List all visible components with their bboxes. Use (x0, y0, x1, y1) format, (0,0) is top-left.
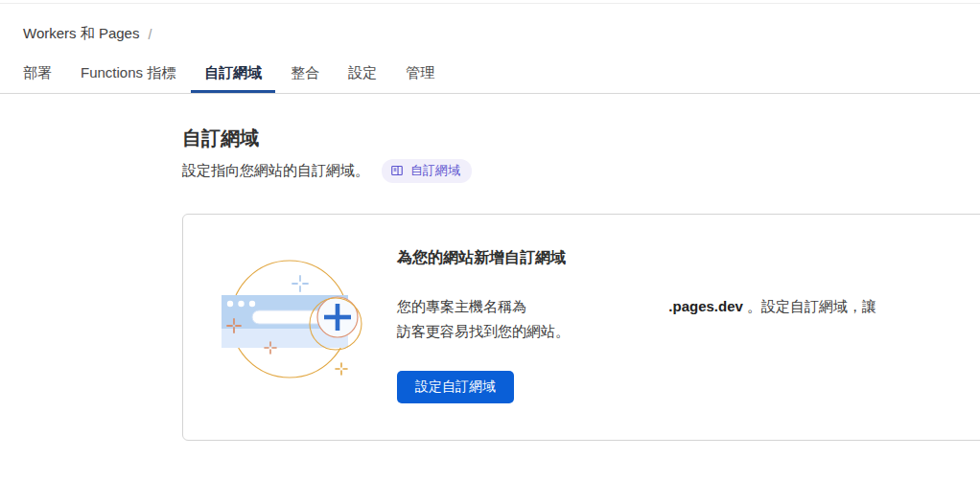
subtitle-row: 設定指向您網站的自訂網域。 自訂網域 (182, 159, 980, 183)
add-custom-domain-card: 為您的網站新增自訂網域 您的專案主機名稱為 .pages.dev 。設定自訂網域… (182, 214, 980, 441)
top-divider (0, 3, 980, 4)
custom-domain-illustration (220, 253, 373, 387)
body-after-hostname: 。設定自訂網域，讓 (747, 298, 876, 314)
tab-manage[interactable]: 管理 (392, 56, 448, 93)
main-content: 自訂網域 設定指向您網站的自訂網域。 自訂網域 (182, 126, 980, 441)
sparkle-gold (336, 363, 347, 375)
breadcrumb-separator: / (148, 27, 152, 42)
page-subtitle: 設定指向您網站的自訂網域。 (182, 162, 369, 180)
docs-badge-label: 自訂網域 (410, 162, 460, 179)
hostname-suffix: .pages.dev (668, 298, 743, 314)
setup-custom-domain-button[interactable]: 設定自訂網域 (397, 371, 514, 403)
tab-functions-metrics[interactable]: Functions 指標 (67, 56, 189, 93)
tab-bar: 部署 Functions 指標 自訂網域 整合 設定 管理 (0, 56, 980, 94)
tab-custom-domains[interactable]: 自訂網域 (191, 56, 275, 93)
sparkle-blue (292, 276, 308, 291)
breadcrumb-link-workers-and-pages[interactable]: Workers 和 Pages (23, 25, 139, 43)
tab-integrations[interactable]: 整合 (277, 56, 333, 93)
docs-badge-custom-domains[interactable]: 自訂網域 (382, 159, 472, 183)
page-title: 自訂網域 (182, 126, 980, 150)
card-text-column: 為您的網站新增自訂網域 您的專案主機名稱為 .pages.dev 。設定自訂網域… (397, 248, 876, 403)
breadcrumb: Workers 和 Pages / (0, 0, 980, 43)
tab-settings[interactable]: 設定 (335, 56, 390, 93)
tab-deployments[interactable]: 部署 (10, 56, 65, 93)
book-icon (390, 164, 404, 177)
card-body: 您的專案主機名稱為 .pages.dev 。設定自訂網域，讓 訪客更容易找到您的… (397, 294, 876, 344)
card-heading: 為您的網站新增自訂網域 (397, 248, 876, 267)
body-line2: 訪客更容易找到您的網站。 (397, 323, 570, 339)
body-before-hostname: 您的專案主機名稱為 (397, 298, 526, 314)
